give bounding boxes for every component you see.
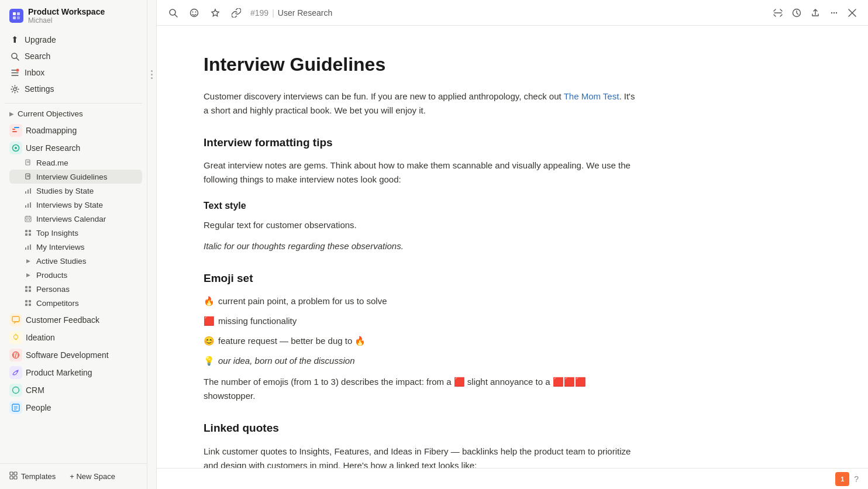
user-research-icon xyxy=(9,142,22,154)
templates-button[interactable]: Templates xyxy=(5,469,60,484)
svg-rect-0 xyxy=(13,12,16,15)
svg-rect-56 xyxy=(10,472,13,475)
svg-point-68 xyxy=(836,12,837,13)
formatting-body: Great interview notes are gems. Think ab… xyxy=(204,159,636,187)
intro-paragraph: Customer discovery interviews can be fun… xyxy=(204,89,636,118)
svg-rect-36 xyxy=(27,246,29,250)
chevron-right-icon-2: ▶ xyxy=(23,256,33,266)
svg-point-50 xyxy=(16,371,18,372)
calendar-icon xyxy=(23,214,33,223)
topbar-expand-button[interactable] xyxy=(771,6,785,20)
sidebar-item-studies-by-state-label: Studies by State xyxy=(36,187,94,195)
sidebar-item-ideation-label: Ideation xyxy=(26,333,55,342)
sidebar-item-competitors[interactable]: Competitors xyxy=(9,296,142,310)
svg-point-63 xyxy=(192,11,194,12)
heading-linked-quotes: Linked quotes xyxy=(204,419,636,437)
svg-rect-58 xyxy=(10,476,13,479)
svg-rect-23 xyxy=(27,204,29,208)
svg-rect-32 xyxy=(29,230,31,232)
breadcrumb-section: User Research xyxy=(278,8,332,18)
sidebar-item-user-research[interactable]: User Research xyxy=(5,138,142,156)
svg-rect-9 xyxy=(12,131,17,132)
missing-functionality-text: missing functionality xyxy=(218,314,297,328)
sidebar-item-current-objectives[interactable]: ▶ Current Objectives xyxy=(5,107,142,120)
svg-rect-40 xyxy=(25,290,27,292)
sidebar-item-my-interviews[interactable]: My Interviews xyxy=(9,240,142,254)
emoji-line-1: 🔥 current pain point, a problem for us t… xyxy=(204,294,636,308)
crm-icon xyxy=(9,384,22,397)
sidebar-item-upgrade[interactable]: ⬆ Upgrade xyxy=(5,32,142,48)
workspace-user: Michael xyxy=(28,16,105,25)
notification-badge[interactable]: 1 xyxy=(835,472,849,486)
the-mom-test-link[interactable]: The Mom Test xyxy=(564,91,619,101)
sidebar-item-product-marketing[interactable]: Product Marketing xyxy=(5,363,142,380)
sidebar-item-interviews-calendar-label: Interviews Calendar xyxy=(36,215,106,223)
sidebar-item-settings-label: Settings xyxy=(25,84,54,94)
svg-rect-43 xyxy=(29,300,31,302)
emoji-line-4: 💡 our idea, born out of the discussion xyxy=(204,354,636,368)
sidebar-item-interview-guidelines-label: Interview Guidelines xyxy=(36,173,108,181)
toolbar-dot-1 xyxy=(151,70,153,72)
new-space-button[interactable]: + New Space xyxy=(65,469,120,484)
sidebar-item-products[interactable]: ▶ Products xyxy=(9,268,142,282)
svg-rect-29 xyxy=(26,219,27,221)
sidebar-item-software-development[interactable]: Software Development xyxy=(5,345,142,363)
bottom-bar: 1 ? xyxy=(157,468,868,489)
feature-request-emoji: 😊 xyxy=(204,334,215,348)
sidebar-item-customer-feedback-label: Customer Feedback xyxy=(26,315,99,325)
svg-rect-39 xyxy=(29,286,31,288)
document-icon-2 xyxy=(23,172,33,181)
customer-feedback-icon xyxy=(9,314,22,326)
svg-rect-44 xyxy=(25,304,27,306)
topbar-history-button[interactable] xyxy=(790,6,804,20)
chart-icon-3 xyxy=(23,242,33,252)
sidebar-item-interviews-by-state[interactable]: Interviews by State xyxy=(9,198,142,212)
topbar-star-button[interactable] xyxy=(208,6,222,20)
sidebar-item-studies-by-state[interactable]: Studies by State xyxy=(9,184,142,198)
sidebar-item-settings[interactable]: Settings xyxy=(5,81,142,97)
sidebar-item-people[interactable]: People xyxy=(5,398,142,415)
svg-rect-59 xyxy=(14,476,17,479)
sidebar-item-search[interactable]: Search xyxy=(5,48,142,64)
workspace-header[interactable]: Product Workspace Michael xyxy=(0,0,147,29)
sidebar-item-crm[interactable]: CRM xyxy=(5,380,142,398)
toolbar-strip xyxy=(147,0,157,489)
sidebar-item-read-me-label: Read.me xyxy=(36,159,68,167)
sidebar-item-active-studies[interactable]: ▶ Active Studies xyxy=(9,254,142,268)
help-button[interactable]: ? xyxy=(854,474,859,484)
topbar-share-button[interactable] xyxy=(808,6,822,20)
svg-rect-33 xyxy=(25,233,27,236)
svg-rect-19 xyxy=(25,191,26,194)
svg-rect-20 xyxy=(27,190,29,194)
svg-rect-8 xyxy=(12,129,15,130)
sidebar-item-interviews-calendar[interactable]: Interviews Calendar xyxy=(9,212,142,226)
chart-icon-1 xyxy=(23,186,33,195)
topbar-emoji-button[interactable] xyxy=(187,6,201,20)
svg-rect-31 xyxy=(25,230,27,232)
sidebar-item-inbox[interactable]: Inbox xyxy=(5,64,142,81)
sidebar-item-top-insights[interactable]: Top Insights xyxy=(9,226,142,240)
sidebar-item-software-development-label: Software Development xyxy=(26,350,109,360)
sidebar-item-active-studies-label: Active Studies xyxy=(36,257,87,266)
topbar-search-button[interactable] xyxy=(166,6,180,20)
text-style-regular: Regular text for customer observations. xyxy=(204,218,636,232)
topbar-link-button[interactable] xyxy=(229,6,243,20)
settings-icon xyxy=(9,84,20,94)
sidebar-item-read-me[interactable]: Read.me xyxy=(9,156,142,170)
page-title: Interview Guidelines xyxy=(204,54,636,75)
svg-point-7 xyxy=(13,88,16,91)
text-style-italic: Italic for our thoughts regarding these … xyxy=(204,239,636,253)
chevron-right-icon-3: ▶ xyxy=(23,270,33,280)
sidebar-item-roadmapping[interactable]: Roadmapping xyxy=(5,120,142,138)
emoji-line-3: 😊 feature request — better be dug to 🔥 xyxy=(204,334,636,348)
sidebar-item-interview-guidelines[interactable]: Interview Guidelines xyxy=(9,170,142,184)
topbar-close-button[interactable] xyxy=(846,6,859,19)
sidebar-item-customer-feedback[interactable]: Customer Feedback xyxy=(5,310,142,328)
svg-rect-2 xyxy=(13,16,16,19)
topbar-more-button[interactable] xyxy=(827,6,841,20)
sidebar-item-personas[interactable]: Personas xyxy=(9,282,142,296)
sidebar-item-ideation[interactable]: Ideation xyxy=(5,328,142,345)
grid-icon-2 xyxy=(23,284,33,294)
content-body: Customer discovery interviews can be fun… xyxy=(204,89,636,468)
sidebar-item-product-marketing-label: Product Marketing xyxy=(26,368,92,377)
